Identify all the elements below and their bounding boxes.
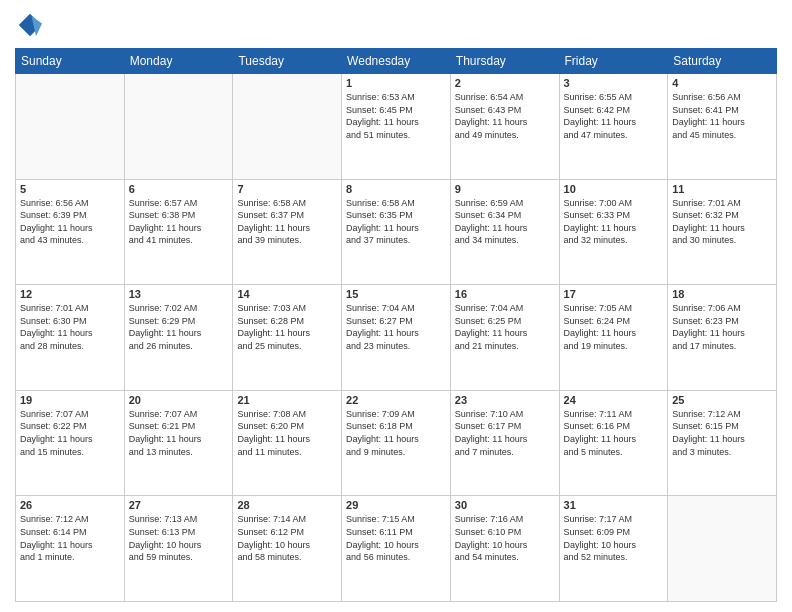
calendar-cell: 11Sunrise: 7:01 AM Sunset: 6:32 PM Dayli…: [668, 179, 777, 285]
calendar-cell: 8Sunrise: 6:58 AM Sunset: 6:35 PM Daylig…: [342, 179, 451, 285]
day-info: Sunrise: 7:07 AM Sunset: 6:22 PM Dayligh…: [20, 408, 120, 458]
calendar-cell: 27Sunrise: 7:13 AM Sunset: 6:13 PM Dayli…: [124, 496, 233, 602]
day-number: 15: [346, 288, 446, 300]
day-info: Sunrise: 6:58 AM Sunset: 6:35 PM Dayligh…: [346, 197, 446, 247]
day-number: 21: [237, 394, 337, 406]
day-number: 5: [20, 183, 120, 195]
day-info: Sunrise: 7:02 AM Sunset: 6:29 PM Dayligh…: [129, 302, 229, 352]
calendar-cell: 13Sunrise: 7:02 AM Sunset: 6:29 PM Dayli…: [124, 285, 233, 391]
calendar-cell: 5Sunrise: 6:56 AM Sunset: 6:39 PM Daylig…: [16, 179, 125, 285]
header: [15, 10, 777, 40]
weekday-header: Saturday: [668, 49, 777, 74]
day-number: 10: [564, 183, 664, 195]
calendar-cell: 25Sunrise: 7:12 AM Sunset: 6:15 PM Dayli…: [668, 390, 777, 496]
day-number: 6: [129, 183, 229, 195]
day-number: 22: [346, 394, 446, 406]
day-number: 27: [129, 499, 229, 511]
day-number: 19: [20, 394, 120, 406]
day-number: 1: [346, 77, 446, 89]
calendar-cell: 10Sunrise: 7:00 AM Sunset: 6:33 PM Dayli…: [559, 179, 668, 285]
day-number: 4: [672, 77, 772, 89]
day-info: Sunrise: 7:00 AM Sunset: 6:33 PM Dayligh…: [564, 197, 664, 247]
calendar-cell: 18Sunrise: 7:06 AM Sunset: 6:23 PM Dayli…: [668, 285, 777, 391]
day-info: Sunrise: 7:14 AM Sunset: 6:12 PM Dayligh…: [237, 513, 337, 563]
day-info: Sunrise: 6:57 AM Sunset: 6:38 PM Dayligh…: [129, 197, 229, 247]
day-info: Sunrise: 6:53 AM Sunset: 6:45 PM Dayligh…: [346, 91, 446, 141]
calendar-cell: [668, 496, 777, 602]
day-info: Sunrise: 7:17 AM Sunset: 6:09 PM Dayligh…: [564, 513, 664, 563]
calendar-cell: 30Sunrise: 7:16 AM Sunset: 6:10 PM Dayli…: [450, 496, 559, 602]
day-number: 29: [346, 499, 446, 511]
calendar-cell: 14Sunrise: 7:03 AM Sunset: 6:28 PM Dayli…: [233, 285, 342, 391]
day-info: Sunrise: 6:55 AM Sunset: 6:42 PM Dayligh…: [564, 91, 664, 141]
day-number: 20: [129, 394, 229, 406]
day-info: Sunrise: 7:03 AM Sunset: 6:28 PM Dayligh…: [237, 302, 337, 352]
day-number: 2: [455, 77, 555, 89]
calendar-cell: 9Sunrise: 6:59 AM Sunset: 6:34 PM Daylig…: [450, 179, 559, 285]
day-info: Sunrise: 7:01 AM Sunset: 6:30 PM Dayligh…: [20, 302, 120, 352]
calendar-cell: 6Sunrise: 6:57 AM Sunset: 6:38 PM Daylig…: [124, 179, 233, 285]
calendar-cell: 2Sunrise: 6:54 AM Sunset: 6:43 PM Daylig…: [450, 74, 559, 180]
day-info: Sunrise: 6:56 AM Sunset: 6:39 PM Dayligh…: [20, 197, 120, 247]
weekday-header: Wednesday: [342, 49, 451, 74]
day-number: 30: [455, 499, 555, 511]
calendar-cell: 21Sunrise: 7:08 AM Sunset: 6:20 PM Dayli…: [233, 390, 342, 496]
calendar-cell: 20Sunrise: 7:07 AM Sunset: 6:21 PM Dayli…: [124, 390, 233, 496]
calendar-cell: 23Sunrise: 7:10 AM Sunset: 6:17 PM Dayli…: [450, 390, 559, 496]
day-info: Sunrise: 7:06 AM Sunset: 6:23 PM Dayligh…: [672, 302, 772, 352]
day-number: 26: [20, 499, 120, 511]
calendar-cell: 28Sunrise: 7:14 AM Sunset: 6:12 PM Dayli…: [233, 496, 342, 602]
day-info: Sunrise: 7:04 AM Sunset: 6:25 PM Dayligh…: [455, 302, 555, 352]
weekday-header: Friday: [559, 49, 668, 74]
day-info: Sunrise: 7:05 AM Sunset: 6:24 PM Dayligh…: [564, 302, 664, 352]
calendar-cell: 24Sunrise: 7:11 AM Sunset: 6:16 PM Dayli…: [559, 390, 668, 496]
day-number: 31: [564, 499, 664, 511]
day-number: 28: [237, 499, 337, 511]
day-number: 24: [564, 394, 664, 406]
calendar-cell: 29Sunrise: 7:15 AM Sunset: 6:11 PM Dayli…: [342, 496, 451, 602]
calendar-cell: 12Sunrise: 7:01 AM Sunset: 6:30 PM Dayli…: [16, 285, 125, 391]
day-info: Sunrise: 7:16 AM Sunset: 6:10 PM Dayligh…: [455, 513, 555, 563]
day-number: 9: [455, 183, 555, 195]
calendar-cell: 3Sunrise: 6:55 AM Sunset: 6:42 PM Daylig…: [559, 74, 668, 180]
logo: [15, 10, 49, 40]
day-number: 12: [20, 288, 120, 300]
logo-icon: [15, 10, 45, 40]
calendar-cell: 19Sunrise: 7:07 AM Sunset: 6:22 PM Dayli…: [16, 390, 125, 496]
day-info: Sunrise: 6:56 AM Sunset: 6:41 PM Dayligh…: [672, 91, 772, 141]
day-info: Sunrise: 6:58 AM Sunset: 6:37 PM Dayligh…: [237, 197, 337, 247]
calendar-cell: 15Sunrise: 7:04 AM Sunset: 6:27 PM Dayli…: [342, 285, 451, 391]
calendar-table: SundayMondayTuesdayWednesdayThursdayFrid…: [15, 48, 777, 602]
calendar-cell: 22Sunrise: 7:09 AM Sunset: 6:18 PM Dayli…: [342, 390, 451, 496]
weekday-header: Tuesday: [233, 49, 342, 74]
calendar-cell: 16Sunrise: 7:04 AM Sunset: 6:25 PM Dayli…: [450, 285, 559, 391]
day-info: Sunrise: 7:11 AM Sunset: 6:16 PM Dayligh…: [564, 408, 664, 458]
weekday-header: Thursday: [450, 49, 559, 74]
day-number: 3: [564, 77, 664, 89]
calendar-cell: 26Sunrise: 7:12 AM Sunset: 6:14 PM Dayli…: [16, 496, 125, 602]
day-number: 14: [237, 288, 337, 300]
day-info: Sunrise: 7:13 AM Sunset: 6:13 PM Dayligh…: [129, 513, 229, 563]
day-number: 25: [672, 394, 772, 406]
calendar-cell: 4Sunrise: 6:56 AM Sunset: 6:41 PM Daylig…: [668, 74, 777, 180]
day-info: Sunrise: 7:08 AM Sunset: 6:20 PM Dayligh…: [237, 408, 337, 458]
calendar-cell: [124, 74, 233, 180]
day-number: 17: [564, 288, 664, 300]
day-info: Sunrise: 7:07 AM Sunset: 6:21 PM Dayligh…: [129, 408, 229, 458]
page: SundayMondayTuesdayWednesdayThursdayFrid…: [0, 0, 792, 612]
day-info: Sunrise: 7:15 AM Sunset: 6:11 PM Dayligh…: [346, 513, 446, 563]
day-info: Sunrise: 6:54 AM Sunset: 6:43 PM Dayligh…: [455, 91, 555, 141]
day-info: Sunrise: 7:12 AM Sunset: 6:15 PM Dayligh…: [672, 408, 772, 458]
day-number: 7: [237, 183, 337, 195]
day-number: 23: [455, 394, 555, 406]
weekday-header: Sunday: [16, 49, 125, 74]
weekday-header: Monday: [124, 49, 233, 74]
day-number: 8: [346, 183, 446, 195]
day-number: 16: [455, 288, 555, 300]
day-info: Sunrise: 7:01 AM Sunset: 6:32 PM Dayligh…: [672, 197, 772, 247]
day-number: 18: [672, 288, 772, 300]
day-info: Sunrise: 7:12 AM Sunset: 6:14 PM Dayligh…: [20, 513, 120, 563]
calendar-cell: 7Sunrise: 6:58 AM Sunset: 6:37 PM Daylig…: [233, 179, 342, 285]
day-info: Sunrise: 6:59 AM Sunset: 6:34 PM Dayligh…: [455, 197, 555, 247]
day-number: 13: [129, 288, 229, 300]
